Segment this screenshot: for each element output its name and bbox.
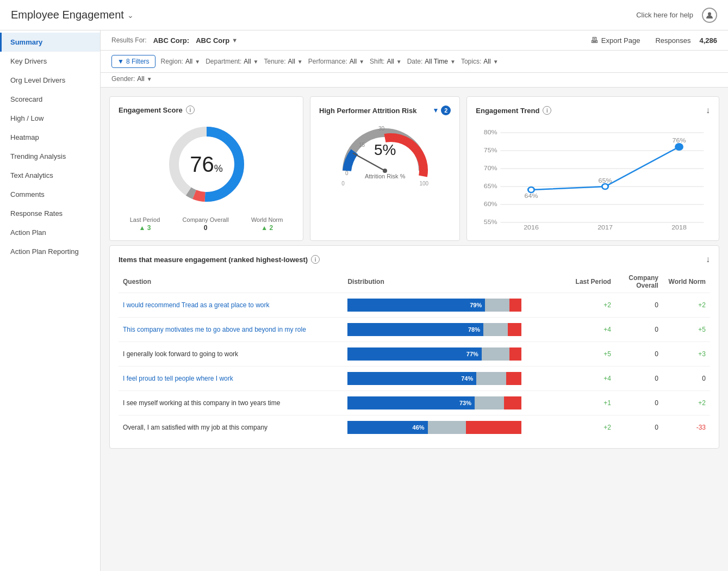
topics-value: All (483, 58, 490, 65)
tenure-filter[interactable]: Tenure: All ▼ (264, 58, 302, 65)
table-info-icon[interactable]: i (311, 255, 320, 264)
sidebar-item-action-plan-reporting[interactable]: Action Plan Reporting (0, 242, 100, 261)
svg-text:2017: 2017 (598, 224, 613, 231)
attrition-filter-count[interactable]: 2 (441, 105, 451, 115)
engagement-card-title: Engagement Score i (119, 105, 294, 114)
trend-title-text: Engagement Trend (476, 107, 539, 115)
corp-chevron: ▼ (232, 37, 238, 44)
sidebar: Summary Key Drivers Org Level Drivers Sc… (0, 30, 101, 571)
svg-text:65%: 65% (599, 177, 613, 184)
bar-blue: 79% (347, 299, 485, 312)
bar-blue: 74% (347, 372, 476, 385)
date-filter[interactable]: Date: All Time ▼ (407, 58, 456, 65)
legend-world-label: World Norm (251, 216, 283, 223)
perf-chevron: ▼ (359, 59, 364, 65)
question-cell[interactable]: I generally look forward to going to wor… (119, 342, 343, 367)
svg-text:0: 0 (345, 170, 349, 176)
bar-red (506, 372, 522, 385)
items-table-section: Items that measure engagement (ranked hi… (109, 245, 719, 449)
col-distribution: Distribution (343, 271, 568, 293)
engagement-info-icon[interactable]: i (186, 105, 195, 114)
filter-count: 8 Filters (126, 58, 150, 65)
table-title-text: Items that measure engagement (ranked hi… (119, 256, 308, 264)
region-value: All (185, 58, 192, 65)
sidebar-item-text-analytics[interactable]: Text Analytics (0, 166, 100, 185)
app-title-chevron[interactable]: ⌄ (127, 11, 134, 20)
sidebar-item-trending[interactable]: Trending Analysis (0, 147, 100, 166)
trend-info-icon[interactable]: i (543, 106, 551, 115)
header-right: Click here for help (636, 8, 717, 23)
filters-button[interactable]: ▼ 8 Filters (111, 55, 155, 68)
sidebar-item-high-low[interactable]: High / Low (0, 109, 100, 128)
question-text[interactable]: I would recommend Tread as a great place… (123, 301, 269, 309)
question-text[interactable]: I see myself working at this company in … (123, 399, 280, 407)
question-cell[interactable]: Overall, I am satisfied with my job at t… (119, 415, 343, 440)
bar-blue: 73% (347, 396, 475, 409)
department-filter[interactable]: Department: All ▼ (206, 58, 258, 65)
bar-gray (485, 299, 509, 312)
sidebar-item-key-drivers[interactable]: Key Drivers (0, 52, 100, 71)
question-cell[interactable]: This company motivates me to go above an… (119, 318, 343, 342)
world-norm-cell: +5 (663, 318, 710, 342)
region-filter[interactable]: Region: All ▼ (161, 58, 201, 65)
svg-text:65%: 65% (484, 183, 498, 189)
table-row: I see myself working at this company in … (119, 391, 710, 415)
question-cell[interactable]: I would recommend Tread as a great place… (119, 293, 343, 318)
engagement-title-text: Engagement Score (119, 106, 183, 114)
question-cell[interactable]: I see myself working at this company in … (119, 391, 343, 415)
svg-text:60%: 60% (484, 201, 498, 207)
gender-filter[interactable]: Gender: All ▼ (111, 75, 152, 83)
dept-label: Department: (206, 58, 241, 65)
distribution-bar-cell: 78% (343, 318, 568, 342)
user-avatar[interactable] (702, 8, 717, 23)
topics-filter[interactable]: Topics: All ▼ (461, 58, 499, 65)
col-last-period: Last Period (568, 271, 615, 293)
gauge-label: 5% (374, 141, 396, 159)
sidebar-item-response-rates[interactable]: Response Rates (0, 204, 100, 223)
trend-download-icon[interactable]: ↓ (706, 105, 710, 115)
svg-point-26 (602, 184, 608, 189)
corp-value: ABC Corp (196, 36, 229, 45)
question-cell[interactable]: I feel proud to tell people where I work (119, 367, 343, 391)
company-cell: 0 (615, 415, 663, 440)
sidebar-item-comments[interactable]: Comments (0, 185, 100, 204)
bar-red (466, 421, 521, 434)
export-page-button[interactable]: 🖶 Export Page (590, 36, 640, 45)
corp-dropdown[interactable]: ABC Corp ▼ (196, 36, 238, 45)
last-period-cell: +4 (568, 367, 615, 391)
donut-symbol: % (214, 163, 223, 174)
performance-filter[interactable]: Performance: All ▼ (308, 58, 364, 65)
table-download-icon[interactable]: ↓ (706, 255, 710, 264)
donut-container: 76% Last Period ▲ 3 Company Overall 0 (119, 121, 294, 232)
shift-filter[interactable]: Shift: All ▼ (370, 58, 402, 65)
world-norm-cell: 0 (663, 367, 710, 391)
sidebar-item-action-plan[interactable]: Action Plan (0, 223, 100, 242)
legend-last-period-value: ▲ 3 (130, 224, 160, 232)
question-text[interactable]: I generally look forward to going to wor… (123, 350, 238, 358)
sidebar-item-scorecard[interactable]: Scorecard (0, 90, 100, 109)
sidebar-item-heatmap[interactable]: Heatmap (0, 128, 100, 147)
world-norm-cell: -33 (663, 415, 710, 440)
sidebar-item-summary[interactable]: Summary (0, 33, 100, 52)
perf-value: All (350, 58, 357, 65)
question-text[interactable]: Overall, I am satisfied with my job at t… (123, 424, 267, 431)
question-text[interactable]: This company motivates me to go above an… (123, 326, 306, 333)
last-period-cell: +5 (568, 342, 615, 367)
help-link[interactable]: Click here for help (636, 11, 693, 19)
company-cell: 0 (615, 391, 663, 415)
shift-label: Shift: (370, 58, 384, 65)
items-table: Question Distribution Last Period Compan… (119, 271, 710, 439)
sidebar-item-org-level[interactable]: Org Level Drivers (0, 71, 100, 90)
layout: Summary Key Drivers Org Level Drivers Sc… (0, 30, 728, 571)
gender-bar: Gender: All ▼ (101, 73, 728, 88)
trend-card-title: Engagement Trend i ↓ (476, 105, 710, 115)
question-text[interactable]: I feel proud to tell people where I work (123, 375, 233, 382)
gauge-container: 0 30 15 5% Attrition Risk % 0 100 (319, 122, 451, 187)
gender-label: Gender: (111, 75, 135, 83)
distribution-bar-cell: 46% (343, 415, 568, 440)
responses-value: 4,286 (699, 36, 717, 45)
distribution-bar-cell: 77% (343, 342, 568, 367)
bar-wrap: 74% (347, 372, 563, 385)
trend-chart: 80% 75% 70% 65% 60% 55% 2016 2017 2018 (476, 122, 710, 231)
table-row: Overall, I am satisfied with my job at t… (119, 415, 710, 440)
